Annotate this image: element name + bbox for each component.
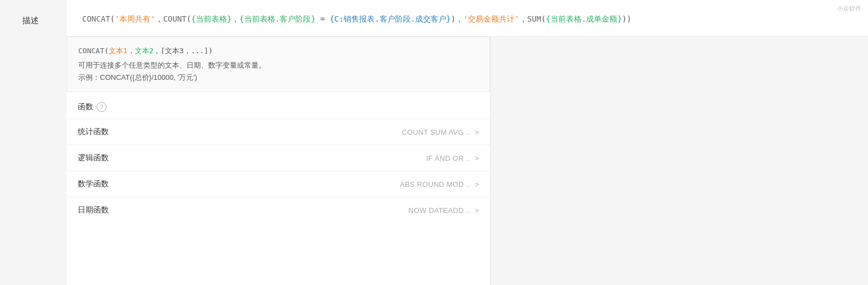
function-row-date[interactable]: 日期函数 NOW DATEADD .. > [67, 197, 490, 223]
right-panel [491, 37, 868, 285]
string-val-1: '本周共有' [115, 14, 155, 23]
sum-fn: SUM [527, 14, 541, 23]
functions-section: 函数 ? 统计函数 COUNT SUM AVG .. > 逻辑函数 IF AND… [67, 92, 490, 223]
function-tags-math: ABS ROUND MOD .. [400, 180, 471, 189]
hint-example-value: CONCAT({总价}/10000, '万元') [100, 73, 197, 82]
hint-optional: [文本3，...] [160, 47, 208, 55]
field-crm-ref: {C:销售报表.客户阶段.成交客户} [330, 14, 451, 23]
description-label: 描述 [22, 16, 39, 25]
function-category-math: 数学函数 [78, 179, 400, 189]
chevron-logic: > [475, 154, 479, 162]
function-row-logic[interactable]: 逻辑函数 IF AND OR .. > [67, 145, 490, 171]
concat-fn: CONCAT [82, 14, 110, 23]
function-row-math[interactable]: 数学函数 ABS ROUND MOD .. > [67, 171, 490, 197]
function-row-stats[interactable]: 统计函数 COUNT SUM AVG .. > [67, 119, 490, 145]
formula-text: CONCAT('本周共有'，COUNT({当前表格}，{当前表格.客户阶段} =… [82, 12, 852, 26]
field-amount: {当前表格.成单金额} [546, 14, 622, 23]
function-category-logic: 逻辑函数 [78, 153, 426, 163]
hint-example: 示例：CONCAT({总价}/10000, '万元') [78, 73, 478, 83]
help-icon[interactable]: ? [97, 102, 107, 112]
hint-description: 可用于连接多个任意类型的文本、日期、数字变量或常量。 [78, 60, 478, 70]
function-tags-date: NOW DATEADD .. [408, 206, 471, 215]
string-val-2: '交易金额共计' [463, 14, 519, 23]
hint-syntax: CONCAT(文本1，文本2，[文本3，...]) [78, 46, 478, 56]
hint-fn-name: CONCAT [78, 47, 104, 55]
hint-arg2: 文本2 [135, 47, 154, 55]
field-customer-stage: {当前表格.客户阶段} [239, 14, 315, 23]
function-tags-logic: IF AND OR .. [426, 154, 470, 162]
left-panel: CONCAT(文本1，文本2，[文本3，...]) 可用于连接多个任意类型的文本… [67, 37, 491, 285]
hint-example-label: 示例： [78, 73, 100, 82]
chevron-math: > [475, 180, 479, 189]
hint-arg1: 文本1 [109, 47, 128, 55]
chevron-stats: > [475, 128, 479, 136]
watermark-label: 小众软件 [837, 4, 861, 13]
functions-header-label: 函数 [78, 102, 93, 112]
function-category-stats: 统计函数 [78, 127, 402, 137]
function-category-date: 日期函数 [78, 205, 408, 215]
formula-display: CONCAT('本周共有'，COUNT({当前表格}，{当前表格.客户阶段} =… [67, 0, 868, 37]
functions-header: 函数 ? [67, 92, 490, 119]
field-current-table: {当前表格} [191, 14, 231, 23]
count-fn: COUNT [163, 14, 186, 23]
hint-area: CONCAT(文本1，文本2，[文本3，...]) 可用于连接多个任意类型的文本… [67, 37, 490, 92]
chevron-date: > [475, 206, 479, 215]
function-tags-stats: COUNT SUM AVG .. [402, 128, 471, 136]
